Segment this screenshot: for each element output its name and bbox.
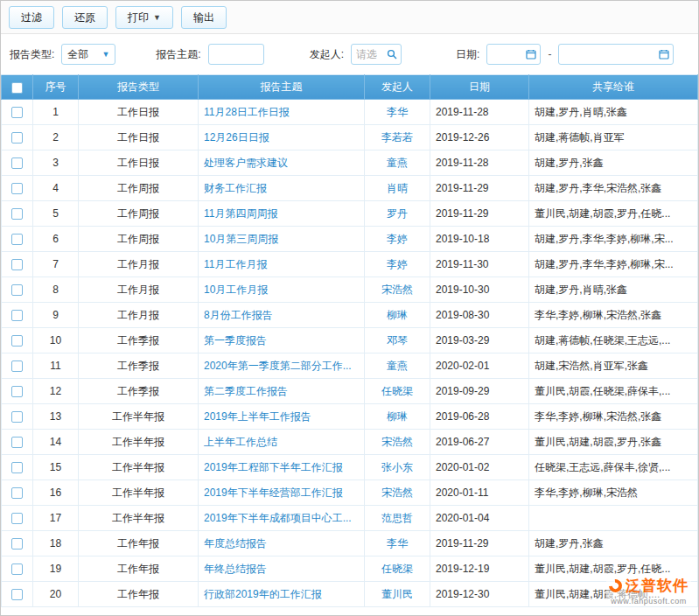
report-subject-link[interactable]: 12月26日日报 [204,131,269,144]
row-checkbox[interactable] [11,335,23,346]
initiator-link[interactable]: 李华 [387,106,408,118]
row-checkbox[interactable] [11,132,23,144]
initiator-link[interactable]: 李婷 [387,258,408,270]
report-subject-link[interactable]: 2019年上半年工作报告 [204,410,311,423]
table-body: 1工作日报11月28日工作日报李华2019-11-28胡建,罗丹,肖晴,张鑫2工… [2,100,698,607]
table-row: 13工作半年报2019年上半年工作报告柳琳2019-06-28李华,李婷,柳琳,… [2,404,698,430]
row-checkbox-cell [2,582,33,607]
row-checkbox[interactable] [11,538,23,550]
initiator-link[interactable]: 任晓渠 [381,563,413,575]
row-checkbox[interactable] [11,158,23,169]
shared-with: 胡建,蒋德帧,肖亚军 [529,125,698,150]
row-number: 20 [33,582,79,607]
report-date: 2019-11-29 [430,176,529,201]
row-checkbox[interactable] [11,462,23,473]
export-button[interactable]: 输出 [181,6,227,29]
row-checkbox[interactable] [11,513,23,524]
report-subject-link-cell: 10月第三周周报 [199,227,365,252]
row-checkbox[interactable] [11,386,23,397]
report-subject-link[interactable]: 11月第四周周报 [204,207,277,220]
initiator-link-cell: 童燕 [365,354,430,379]
initiator-link[interactable]: 李若若 [381,131,413,144]
report-subject-link[interactable]: 11月工作月报 [204,258,267,270]
row-checkbox[interactable] [11,564,23,575]
report-subject-link[interactable]: 行政部2019年的工作汇报 [204,588,322,600]
search-icon[interactable] [386,48,398,60]
report-table: 序号 报告类型 报告主题 发起人 日期 共享给谁 1工作日报11月28日工作日报… [1,74,698,607]
initiator-link[interactable]: 张小东 [381,461,413,473]
initiator-link[interactable]: 柳琳 [387,309,408,321]
filter-button[interactable]: 过滤 [9,6,54,29]
report-subject-link[interactable]: 2019年下半年成都项目中心工... [204,512,352,524]
report-subject-link[interactable]: 2020年第一季度第二部分工作... [204,360,352,372]
report-subject-link[interactable]: 处理客户需求建议 [204,157,288,169]
report-subject-link[interactable]: 10月第三周周报 [204,233,278,245]
initiator-link[interactable]: 李华 [387,537,408,550]
row-checkbox[interactable] [11,310,23,321]
row-checkbox[interactable] [11,183,23,194]
date-to-input[interactable] [558,44,674,65]
table-row: 6工作周报10月第三周周报李婷2019-10-18胡建,罗丹,李华,李婷,柳琳,… [2,227,698,252]
row-checkbox[interactable] [11,107,23,118]
date-range-separator: - [548,48,551,60]
initiator-link[interactable]: 范思哲 [381,512,413,524]
header-report-type: 报告类型 [79,75,199,100]
row-number: 3 [33,150,79,176]
row-checkbox[interactable] [11,360,23,372]
initiator-link[interactable]: 宋浩然 [381,486,413,499]
report-subject-link[interactable]: 上半年工作总结 [204,436,277,448]
calendar-icon[interactable] [658,48,670,60]
table-row: 20工作年报行政部2019年的工作汇报董川民2019-12-30董川民,胡建,胡… [2,582,698,607]
report-subject-link[interactable]: 年终总结报告 [204,563,267,575]
report-subject-link[interactable]: 11月28日工作日报 [204,106,290,118]
report-subject-link[interactable]: 2019年工程部下半年工作汇报 [204,461,343,473]
row-number: 1 [33,100,79,125]
initiator-link[interactable]: 童燕 [387,157,408,169]
initiator-link[interactable]: 宋浩然 [381,284,413,296]
report-subject-link[interactable]: 财务工作汇报 [204,182,267,194]
initiator-link[interactable]: 童燕 [387,360,408,372]
row-checkbox[interactable] [11,487,23,499]
report-subject-link-cell: 2019年工程部下半年工作汇报 [199,455,365,480]
row-number: 14 [33,430,79,455]
report-subject-link[interactable]: 年度总结报告 [204,537,267,550]
row-checkbox[interactable] [11,411,23,423]
initiator-link[interactable]: 李婷 [387,233,408,245]
initiator-link-cell: 李婷 [365,227,430,252]
row-checkbox[interactable] [11,234,23,245]
initiator-link[interactable]: 宋浩然 [381,436,413,448]
report-subject-link[interactable]: 8月份工作报告 [204,309,273,321]
report-subject-link[interactable]: 第二季度工作报告 [204,385,288,397]
row-checkbox[interactable] [11,589,23,600]
row-checkbox-cell [2,125,33,150]
initiator-link[interactable]: 肖晴 [387,182,408,194]
calendar-icon[interactable] [525,48,537,60]
row-checkbox[interactable] [11,208,23,220]
row-number: 19 [33,556,79,582]
report-type-select[interactable]: 全部 ▼ [61,44,115,65]
select-all-checkbox[interactable] [11,82,23,94]
initiator-link[interactable]: 董川民 [381,588,413,600]
initiator-link[interactable]: 罗丹 [387,207,408,220]
row-checkbox-cell [2,176,33,201]
row-checkbox[interactable] [11,259,23,270]
table-header: 序号 报告类型 报告主题 发起人 日期 共享给谁 [2,75,698,100]
report-subject-link[interactable]: 2019年下半年经营部工作汇报 [204,486,343,499]
initiator-link[interactable]: 柳琳 [387,410,408,423]
initiator-link[interactable]: 邓琴 [387,334,408,346]
subject-input[interactable] [208,44,264,65]
print-button[interactable]: 打印 ▼ [115,6,173,29]
row-number: 10 [33,328,79,354]
initiator-link[interactable]: 任晓渠 [381,385,413,397]
toolbar: 过滤 还原 打印 ▼ 输出 [1,1,698,34]
row-checkbox[interactable] [11,437,23,448]
row-checkbox[interactable] [11,284,23,296]
restore-button[interactable]: 还原 [62,6,108,29]
report-date: 2019-11-30 [430,252,529,277]
report-type: 工作季报 [79,328,199,354]
shared-with: 胡建,罗丹,李华,李婷,柳琳,宋... [529,252,698,277]
report-subject-link[interactable]: 第一季度报告 [204,334,267,346]
shared-with: 李华,李婷,柳琳,宋浩然,张鑫 [529,404,698,430]
row-checkbox-cell [2,252,33,277]
report-subject-link[interactable]: 10月工作月报 [204,284,268,296]
